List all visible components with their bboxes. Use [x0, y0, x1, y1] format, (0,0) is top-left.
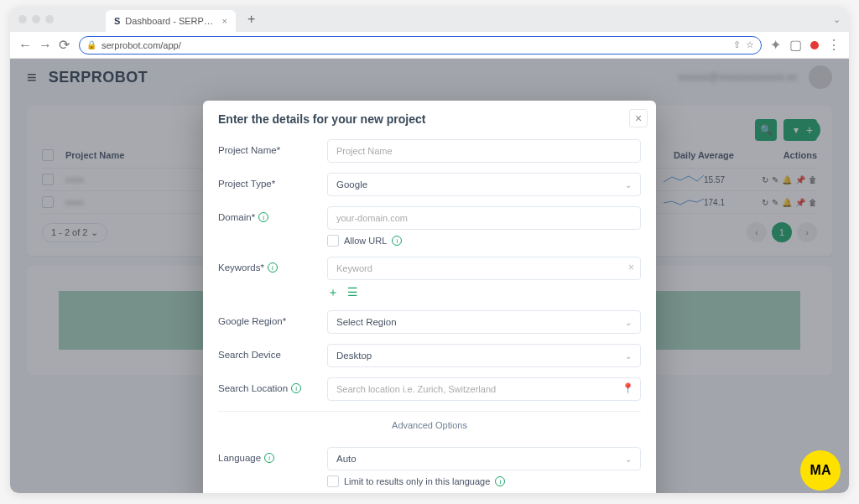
reload-icon[interactable]: ⟳	[59, 37, 70, 53]
language-label: Language i	[218, 447, 327, 463]
domain-input[interactable]	[327, 206, 641, 230]
language-value: Auto	[336, 454, 357, 464]
location-pin-icon: 📍	[622, 382, 634, 394]
info-icon[interactable]: i	[291, 383, 301, 393]
traffic-zoom[interactable]	[45, 15, 54, 23]
close-icon[interactable]: ×	[222, 16, 227, 26]
panel-icon[interactable]: ▢	[789, 37, 802, 53]
language-select[interactable]: Auto ⌄	[327, 447, 641, 470]
close-modal-button[interactable]: ×	[629, 109, 648, 127]
record-icon[interactable]	[810, 41, 819, 49]
google-region-select[interactable]: Select Region ⌄	[327, 310, 641, 334]
info-icon[interactable]: i	[258, 212, 268, 222]
tab-favicon: S	[114, 16, 120, 26]
modal-title: Enter the details for your new project	[203, 101, 656, 134]
project-name-input[interactable]	[327, 139, 641, 163]
clear-icon[interactable]: ×	[628, 262, 634, 273]
extensions-icon[interactable]: ✦	[770, 37, 781, 53]
new-tab-button[interactable]: +	[247, 12, 255, 27]
search-location-label: Search Location i	[218, 377, 327, 393]
chevron-down-icon[interactable]: ⌄	[833, 14, 841, 25]
project-type-value: Google	[336, 179, 367, 190]
search-device-label: Search Device	[218, 344, 327, 360]
add-keyword-icon[interactable]: ＋	[327, 285, 339, 300]
menu-icon[interactable]: ⋮	[827, 37, 841, 53]
search-device-value: Desktop	[336, 351, 372, 361]
url-text: serprobot.com/app/	[102, 40, 181, 50]
info-icon[interactable]: i	[392, 236, 402, 246]
limit-language-label: Limit to results only in this language	[344, 476, 490, 486]
star-icon[interactable]: ☆	[746, 39, 754, 50]
back-icon[interactable]: ←	[18, 38, 30, 53]
chevron-down-icon: ⌄	[625, 351, 632, 361]
new-project-modal: × Enter the details for your new project…	[203, 101, 656, 493]
project-type-label: Project Type*	[218, 173, 327, 189]
info-icon[interactable]: i	[268, 262, 278, 273]
domain-label: Domain* i	[218, 206, 327, 222]
chevron-down-icon: ⌄	[625, 180, 632, 190]
app-content: ≡ SERPROBOT xxxxxx@xxxxxxxxxxxxx.xx + 🔍 …	[10, 59, 849, 493]
search-location-input[interactable]	[327, 377, 641, 401]
tab-title: Dashboard - SERPROBOT.CO…	[125, 16, 216, 26]
browser-tab-bar: S Dashboard - SERPROBOT.CO… × + ⌄	[10, 7, 849, 32]
browser-tab[interactable]: S Dashboard - SERPROBOT.CO… ×	[106, 10, 236, 32]
chevron-down-icon: ⌄	[625, 318, 632, 327]
url-bar[interactable]: 🔒 serprobot.com/app/ ⇧ ☆	[79, 36, 762, 55]
traffic-minimize[interactable]	[32, 15, 40, 23]
limit-language-checkbox[interactable]	[327, 475, 339, 487]
keyword-input[interactable]	[327, 257, 641, 280]
info-icon[interactable]: i	[264, 453, 274, 463]
bulk-icon[interactable]: ☰	[347, 285, 358, 300]
share-icon[interactable]: ⇧	[733, 39, 741, 50]
lock-icon: 🔒	[86, 40, 96, 49]
allow-url-checkbox[interactable]	[327, 235, 339, 247]
allow-url-label: Allow URL	[344, 236, 387, 246]
ma-badge: MA	[800, 450, 841, 491]
keywords-label: Keywords* i	[218, 257, 327, 273]
forward-icon[interactable]: →	[39, 38, 50, 53]
chevron-down-icon: ⌄	[625, 455, 632, 464]
google-region-value: Select Region	[336, 317, 397, 327]
traffic-close[interactable]	[18, 15, 27, 23]
project-type-select[interactable]: Google ⌄	[327, 173, 641, 196]
project-name-label: Project Name*	[218, 139, 327, 155]
browser-toolbar: ← → ⟳ 🔒 serprobot.com/app/ ⇧ ☆ ✦ ▢ ⋮	[10, 32, 849, 59]
advanced-options-toggle[interactable]: Advanced Options	[218, 411, 641, 439]
info-icon[interactable]: i	[495, 476, 505, 486]
search-device-select[interactable]: Desktop ⌄	[327, 344, 641, 367]
browser-window: S Dashboard - SERPROBOT.CO… × + ⌄ ← → ⟳ …	[10, 7, 849, 493]
google-region-label: Google Region*	[218, 310, 327, 326]
